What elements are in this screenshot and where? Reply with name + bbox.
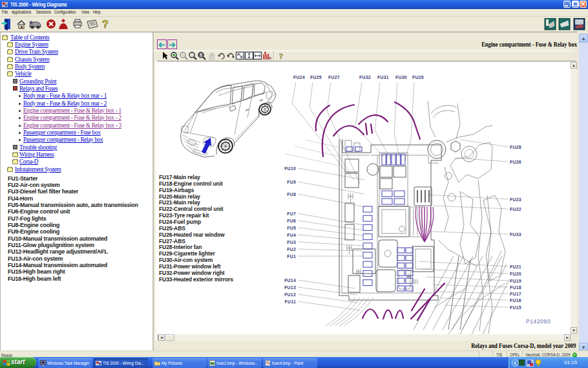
svg-text:FU6: FU6 [287, 219, 296, 223]
svg-text:FU12: FU12 [284, 292, 296, 297]
svg-text:FU5: FU5 [287, 226, 296, 230]
svg-text:FU21: FU21 [510, 265, 521, 269]
svg-text:FU31: FU31 [377, 75, 389, 80]
svg-text:FU30: FU30 [395, 75, 407, 80]
svg-text:FU22: FU22 [510, 207, 521, 211]
svg-text:FU23: FU23 [510, 197, 521, 202]
svg-text:FU27: FU27 [328, 75, 340, 80]
svg-text:FU29: FU29 [412, 75, 424, 80]
svg-text:FU17: FU17 [510, 292, 521, 296]
svg-text:FU4: FU4 [287, 233, 296, 237]
svg-text:FU32: FU32 [359, 75, 371, 80]
svg-text:FU14: FU14 [284, 278, 296, 283]
svg-text:FU9: FU9 [287, 180, 296, 184]
svg-text:FU7: FU7 [287, 211, 296, 216]
svg-text:FU8: FU8 [287, 192, 296, 197]
svg-text:FU1: FU1 [287, 254, 296, 259]
svg-text:FU3: FU3 [287, 240, 296, 244]
svg-text:FU16: FU16 [510, 298, 521, 303]
svg-text:FU33: FU33 [510, 232, 521, 237]
svg-text:FU20: FU20 [510, 272, 521, 276]
svg-text:FU19: FU19 [510, 279, 521, 283]
svg-text:FU13: FU13 [284, 285, 296, 290]
svg-text:FU18: FU18 [510, 285, 521, 290]
svg-text:FU11: FU11 [285, 299, 296, 304]
svg-text:?: ? [102, 19, 109, 30]
svg-text:FU2: FU2 [287, 247, 296, 252]
svg-text:FU10: FU10 [284, 166, 296, 171]
svg-text:FU28: FU28 [510, 145, 521, 149]
svg-text:FU26: FU26 [510, 160, 521, 164]
svg-text:FU24: FU24 [293, 75, 305, 80]
svg-text:FU25: FU25 [310, 75, 322, 80]
svg-text:?: ? [279, 52, 283, 61]
svg-text:FU15: FU15 [510, 305, 521, 310]
